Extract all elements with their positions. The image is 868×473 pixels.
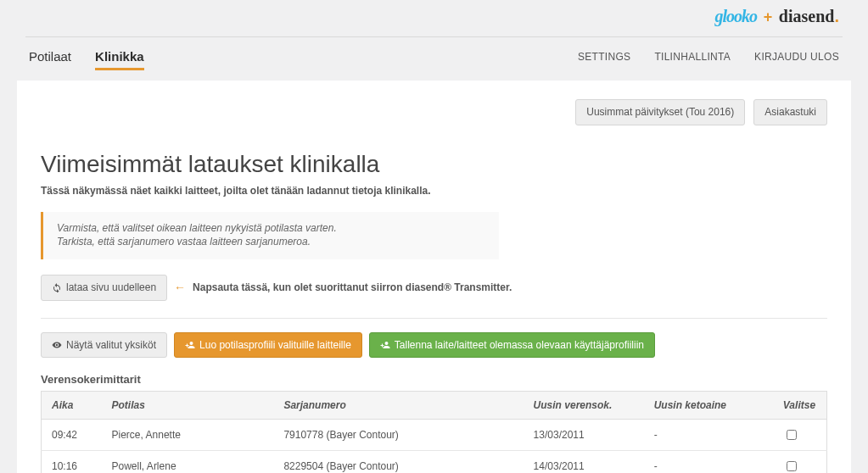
col-header-select: Valitse [773,392,827,420]
cell-ketone: - [644,420,773,451]
nav-tab-klinikka[interactable]: Klinikka [95,49,144,64]
cell-patient: Pierce, Annette [102,420,274,451]
brand-logo: glooko + diasend. [715,7,839,26]
cell-glucose: 14/03/2011 [524,451,644,473]
cell-ketone: - [644,451,773,473]
brand-plus: + [760,8,776,25]
cell-serial: 8229504 (Bayer Contour) [273,451,523,473]
user-plus-icon [185,340,195,350]
updates-button[interactable]: Uusimmat päivitykset (Tou 2016) [575,99,745,125]
col-header-patient: Potilas [102,392,274,420]
cell-select [773,451,827,473]
main-nav: Potilaat Klinikka SETTINGS TILINHALLINTA… [0,37,868,74]
reload-button[interactable]: lataa sivu uudelleen [41,275,167,301]
reload-button-label: lataa sivu uudelleen [66,281,156,295]
create-profile-label: Luo potilasprofiili valituille laitteill… [199,338,351,353]
reload-hint: Napsauta tässä, kun olet suorittanut sii… [193,281,512,293]
brand-glooko: glooko [715,7,758,25]
create-profile-button[interactable]: Luo potilasprofiili valituille laitteill… [174,332,362,359]
brand-dot: . [834,7,839,25]
devices-table: Aika Potilas Sarjanumero Uusin verensok.… [41,391,827,473]
cell-patient: Powell, Arlene [102,451,274,473]
nav-link-logout[interactable]: KIRJAUDU ULOS [754,51,839,63]
show-selected-button[interactable]: Näytä valitut yksiköt [41,332,167,359]
nav-link-account[interactable]: TILINHALLINTA [654,51,731,63]
notice-line: Tarkista, että sarjanumero vastaa laitte… [57,236,485,248]
main-content: Uusimmat päivitykset (Tou 2016) Asiakast… [17,81,851,473]
table-header-row: Aika Potilas Sarjanumero Uusin verensok.… [42,392,827,420]
table-row: 09:42Pierce, Annette7910778 (Bayer Conto… [42,420,827,451]
support-button[interactable]: Asiakastuki [753,99,827,125]
table-section-label: Verensokerimittarit [41,373,827,386]
notice-line: Varmista, että valitset oikean laitteen … [57,222,485,234]
user-plus-icon [380,340,390,350]
refresh-icon [52,282,62,292]
eye-icon [52,340,62,350]
col-header-glucose: Uusin verensok. [524,392,644,420]
cell-glucose: 13/03/2011 [524,420,644,451]
show-selected-label: Näytä valitut yksiköt [66,338,156,353]
table-row: 10:16Powell, Arlene8229504 (Bayer Contou… [42,451,827,473]
cell-select [773,420,827,451]
page-title: Viimeisimmät lataukset klinikalla [41,151,827,178]
nav-tab-potilaat[interactable]: Potilaat [29,49,71,64]
arrow-left-icon: ← [174,281,186,294]
cell-serial: 7910778 (Bayer Contour) [273,420,523,451]
col-header-serial: Sarjanumero [273,392,523,420]
page-subtitle: Tässä näkymässä näet kaikki laitteet, jo… [41,185,827,197]
notice-box: Varmista, että valitset oikean laitteen … [41,212,499,259]
app-header: glooko + diasend. [0,0,868,30]
save-device-label: Tallenna laite/laitteet olemassa olevaan… [395,338,644,353]
save-device-button[interactable]: Tallenna laite/laitteet olemassa olevaan… [369,332,655,359]
section-divider [41,318,827,319]
nav-link-settings[interactable]: SETTINGS [578,51,630,63]
col-header-time: Aika [42,392,102,420]
cell-time: 09:42 [42,420,102,451]
cell-time: 10:16 [42,451,102,473]
brand-diasend: diasend [779,7,835,25]
row-select-checkbox[interactable] [787,430,797,440]
row-select-checkbox[interactable] [787,461,797,471]
col-header-ketone: Uusin ketoaine [644,392,773,420]
